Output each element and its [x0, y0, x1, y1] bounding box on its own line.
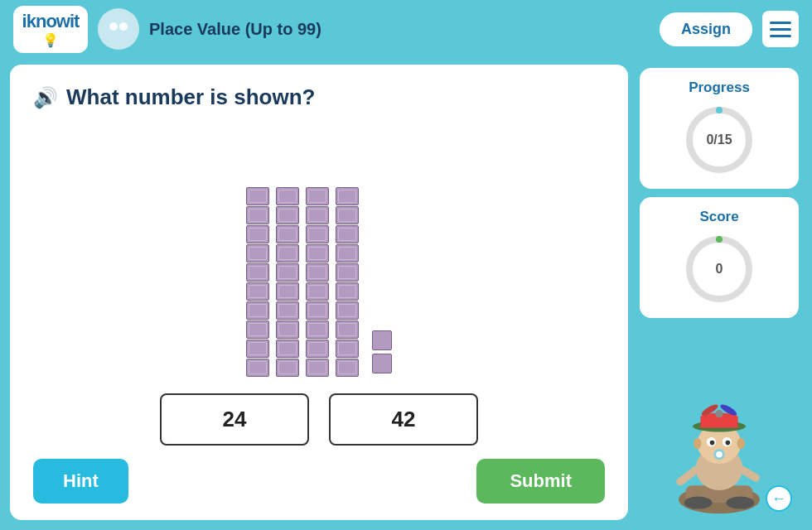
tens-blocks — [246, 187, 359, 377]
svg-point-27 — [694, 438, 701, 449]
logo-icon: 💡 — [42, 32, 59, 48]
logo-text: iknowit — [22, 11, 80, 32]
answer-button-24[interactable]: 24 — [160, 393, 309, 446]
speaker-icon[interactable]: 🔊 — [33, 86, 58, 109]
tens-column-3 — [306, 187, 329, 377]
tens-column-1 — [246, 187, 269, 377]
block — [276, 359, 299, 377]
score-ring: 0 — [682, 232, 756, 306]
block — [276, 282, 299, 301]
progress-box: Progress 0/15 — [640, 68, 799, 189]
block — [246, 320, 269, 339]
svg-line-13 — [742, 470, 756, 478]
score-label: Score — [699, 209, 738, 225]
block — [306, 340, 329, 358]
block — [246, 359, 269, 377]
svg-point-10 — [726, 497, 754, 509]
block — [306, 282, 329, 301]
block — [246, 282, 269, 301]
block — [306, 359, 329, 377]
block — [306, 263, 329, 282]
block — [336, 359, 359, 377]
svg-point-2 — [119, 22, 128, 31]
ones-blocks — [372, 330, 392, 373]
block — [306, 301, 329, 320]
block — [276, 263, 299, 282]
ones-block-2 — [372, 354, 392, 373]
mascot-illustration — [657, 384, 781, 517]
hint-button[interactable]: Hint — [33, 459, 128, 504]
block — [336, 244, 359, 263]
svg-point-24 — [726, 441, 731, 446]
lesson-icon — [98, 8, 139, 50]
svg-point-26 — [716, 451, 723, 458]
block — [336, 282, 359, 301]
block — [246, 340, 269, 358]
submit-button[interactable]: Submit — [476, 459, 605, 504]
back-icon: ← — [771, 490, 786, 508]
progress-label: Progress — [689, 80, 750, 96]
block — [306, 320, 329, 339]
block — [336, 263, 359, 282]
tens-column-4 — [336, 187, 359, 377]
block — [276, 206, 299, 224]
block — [336, 225, 359, 243]
block — [306, 225, 329, 243]
block — [246, 225, 269, 243]
block — [246, 244, 269, 263]
svg-point-23 — [710, 441, 715, 446]
svg-point-28 — [737, 438, 745, 449]
block — [246, 301, 269, 320]
score-value: 0 — [716, 262, 723, 277]
block — [276, 301, 299, 320]
app-header: iknowit 💡 Place Value (Up to 99) Assign — [0, 0, 812, 58]
logo: iknowit 💡 — [13, 6, 88, 53]
svg-point-9 — [684, 497, 713, 509]
menu-button[interactable] — [762, 11, 799, 47]
block — [276, 320, 299, 339]
block — [246, 187, 269, 205]
back-arrow-button[interactable]: ← — [766, 485, 792, 512]
block — [336, 301, 359, 320]
menu-icon-line2 — [770, 28, 791, 31]
block — [306, 206, 329, 224]
blocks-visual — [33, 125, 605, 377]
menu-icon-line3 — [770, 35, 791, 37]
block — [306, 244, 329, 263]
svg-rect-17 — [700, 417, 737, 428]
block — [276, 187, 299, 205]
block — [276, 244, 299, 263]
tens-column-2 — [276, 187, 299, 377]
block — [276, 340, 299, 358]
question-text: What number is shown? — [66, 84, 315, 110]
progress-value: 0/15 — [706, 132, 732, 147]
lesson-title: Place Value (Up to 99) — [149, 20, 650, 39]
svg-line-12 — [680, 470, 696, 482]
svg-point-0 — [104, 14, 133, 44]
sidebar: Progress 0/15 Score 0 — [636, 65, 802, 520]
content-panel: 🔊 What number is shown? — [10, 65, 628, 520]
block — [246, 263, 269, 282]
block — [276, 225, 299, 243]
block — [336, 187, 359, 205]
assign-button[interactable]: Assign — [660, 12, 752, 46]
bottom-bar: Hint Submit — [33, 459, 605, 504]
answer-choices: 24 42 — [33, 393, 605, 446]
svg-point-1 — [109, 22, 118, 31]
progress-ring: 0/15 — [682, 103, 756, 177]
main-content: 🔊 What number is shown? — [0, 58, 812, 530]
svg-point-18 — [715, 410, 723, 417]
block — [336, 320, 359, 339]
question-area: 🔊 What number is shown? — [33, 84, 605, 110]
menu-icon-line1 — [770, 22, 791, 24]
block — [306, 187, 329, 205]
score-box: Score 0 — [640, 197, 799, 318]
block — [336, 206, 359, 224]
answer-button-42[interactable]: 42 — [329, 393, 478, 446]
block — [336, 340, 359, 358]
block — [246, 206, 269, 224]
ones-block-1 — [372, 330, 392, 350]
